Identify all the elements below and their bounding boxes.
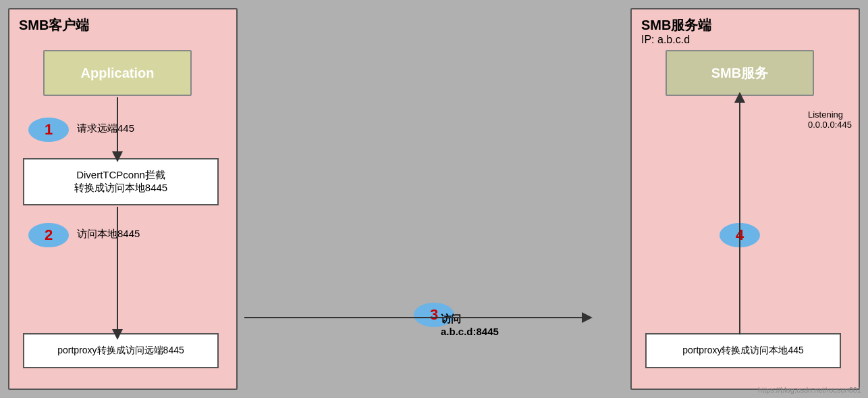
oval-1: 1 [28, 118, 69, 142]
label-request-445: 请求远端445 [77, 122, 134, 135]
access-line1: 访问 [441, 313, 499, 326]
smb-service-box: SMB服务 [666, 50, 814, 96]
app-box: Application [43, 50, 192, 96]
divert-box: DivertTCPconn拦截 转换成访问本地8445 [23, 158, 219, 205]
middle-arrow-svg [238, 0, 630, 398]
right-panel-subtitle: IP: a.b.c.d [641, 34, 690, 46]
divert-line1: DivertTCPconn拦截 [76, 169, 165, 182]
portproxy-right-label: portproxy转换成访问本地445 [682, 345, 804, 357]
label-access-local: 访问本地8445 [77, 228, 140, 241]
listening-line2: 0.0.0.0:445 [808, 120, 852, 130]
oval-4-label: 4 [736, 226, 744, 244]
watermark: https://blog.csdn.net/rocson001 [758, 386, 861, 394]
left-panel-title: SMB客户端 [19, 16, 89, 34]
app-box-label: Application [81, 66, 155, 81]
right-panel: SMB服务端 IP: a.b.c.d SMB服务 Listening 0.0.0… [630, 8, 860, 390]
right-panel-title: SMB服务端 [641, 16, 711, 34]
left-panel: SMB客户端 Application 1 请求远端445 DivertTCPco… [8, 8, 238, 390]
middle-label: 访问 a.b.c.d:8445 [441, 313, 499, 337]
oval-2: 2 [28, 223, 69, 247]
listening-line1: Listening [808, 109, 852, 120]
diagram-container: SMB客户端 Application 1 请求远端445 DivertTCPco… [0, 0, 868, 398]
portproxy-left-box: portproxy转换成访问远端8445 [23, 333, 219, 368]
smb-service-label: SMB服务 [711, 64, 768, 82]
divert-line2: 转换成访问本地8445 [74, 182, 167, 195]
oval-2-label: 2 [45, 226, 53, 244]
portproxy-left-label: portproxy转换成访问远端8445 [57, 345, 184, 357]
access-line2: a.b.c.d:8445 [441, 326, 499, 337]
oval-1-label: 1 [45, 121, 53, 139]
oval-3-label: 3 [430, 306, 438, 324]
oval-4: 4 [720, 223, 760, 247]
middle-area: 3 访问 a.b.c.d:8445 [238, 0, 630, 398]
portproxy-right-box: portproxy转换成访问本地445 [645, 333, 841, 368]
listening-text: Listening 0.0.0.0:445 [808, 109, 852, 130]
